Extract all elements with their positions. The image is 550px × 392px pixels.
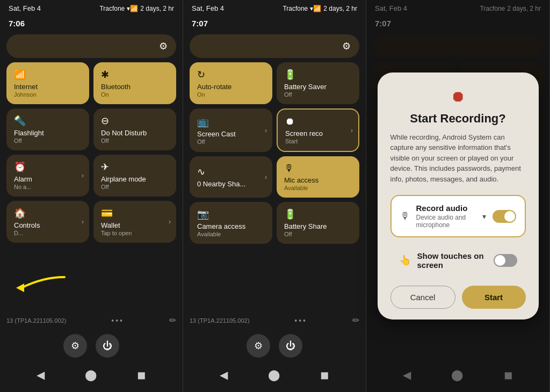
tile-flashlight-sub: Off [14,137,82,144]
time-1: 7:06 [9,19,25,28]
edit-icon-1[interactable]: ✏ [169,315,176,325]
nav-bar-1: ◀ ⬤ ◼ [0,362,183,388]
tile-bluetooth-name: Bluetooth [101,83,169,91]
settings-icon-1[interactable]: ⚙ [159,40,168,52]
chevron-icon-nearby: › [265,173,267,181]
record-audio-option[interactable]: 🎙 Record audio Device audio and micropho… [390,195,526,237]
settings-icon-2[interactable]: ⚙ [342,40,351,52]
tile-flashlight-name: Flashlight [14,129,82,137]
battery-share-icon: 🔋 [284,208,352,220]
panel-1: Sat, Feb 4 Tracfone ▾📶 2 days, 2 hr 7:06… [0,0,183,392]
camera-icon: 📷 [197,208,265,220]
tile-autorotate[interactable]: ↻ Auto-rotate On [190,62,272,104]
tile-screenrecord-name: Screen reco [285,129,351,137]
tile-flashlight[interactable]: 🔦 Flashlight Off [6,108,89,150]
tile-airplane[interactable]: ✈ Airplane mode Off [93,155,176,197]
tile-autorotate-name: Auto-rotate [197,83,265,91]
tile-airplane-sub: Off [101,184,169,190]
status-bar-1: Sat, Feb 4 Tracfone ▾📶 2 days, 2 hr [0,0,183,14]
tile-screenrecord[interactable]: ⏺ Screen reco Start › [277,108,359,152]
nearby-icon: ∿ [197,166,265,178]
bottom-bar-2: 13 (TP1A.221105.002) ••• ✏ [183,311,366,330]
tile-wallet-name: Wallet [101,221,169,229]
panel-2: Sat, Feb 4 Tracfone ▾📶 2 days, 2 hr 7:07… [183,0,366,392]
back-btn-2[interactable]: ◀ [220,368,228,381]
back-btn-1[interactable]: ◀ [37,368,45,381]
record-audio-label: Record audio [416,204,476,213]
tile-screencast-name: Screen Cast [197,130,265,138]
date-1: Sat, Feb 4 [9,4,41,12]
tile-mic[interactable]: 🎙 Mic access Available [277,156,359,198]
dropdown-arrow-icon[interactable]: ▾ [482,212,486,221]
brightness-row-1: ⚙ [6,34,176,58]
chevron-icon: › [82,79,84,87]
tile-camera-name: Camera access [197,222,265,230]
status-bar-2: Sat, Feb 4 Tracfone ▾📶 2 days, 2 hr [183,0,366,14]
tile-controls[interactable]: 🏠 Controls D... › [6,201,89,243]
tile-bluetooth[interactable]: ✱ Bluetooth On [93,62,176,104]
tile-battery-share[interactable]: 🔋 Battery Share Off [277,202,359,244]
tile-dnd[interactable]: ⊖ Do Not Disturb Off [93,108,176,150]
tile-autorotate-sub: On [197,91,265,98]
tile-camera[interactable]: 📷 Camera access Available [190,202,272,244]
start-recording-dialog: ⏺ Start Recording? While recording, Andr… [378,72,539,320]
touch-icon: 👆 [399,255,411,266]
tile-screencast-sub: Off [197,139,265,145]
chevron-icon-controls: › [82,218,84,226]
tile-wallet[interactable]: 💳 Wallet Tap to open › [93,201,176,243]
alarm-icon: ⏰ [14,161,82,173]
tile-nearby[interactable]: ∿ 0 Nearby Sha... › [190,156,272,198]
mic-icon: 🎙 [284,163,352,174]
flashlight-icon: 🔦 [14,115,82,127]
edit-icon-2[interactable]: ✏ [352,315,359,325]
show-touches-toggle[interactable] [494,254,517,267]
status-icons-1: Tracfone ▾📶 2 days, 2 hr [99,5,174,12]
home-btn-2[interactable]: ⬤ [268,368,280,381]
time-bar-2: 7:07 [183,14,366,30]
screencast-icon: 📺 [197,116,265,128]
start-button[interactable]: Start [462,286,526,309]
screenrecord-icon: ⏺ [285,116,351,127]
tile-screenrecord-sub: Start [285,138,351,144]
tile-alarm-name: Alarm [14,175,82,183]
brightness-row-2: ⚙ [190,34,359,58]
dialog-overlay: ⏺ Start Recording? While recording, Andr… [366,0,549,392]
tile-wallet-sub: Tap to open [101,230,169,236]
panel-3: Sat, Feb 4 Tracfone 2 days, 2 hr 7:07 ⏺ … [366,0,550,392]
show-touches-content: Show touches on screen [417,251,487,270]
tile-camera-sub: Available [197,231,265,237]
settings-power-btn-2[interactable]: ⚙ [247,334,270,358]
wifi-icon: 📶 [14,69,82,81]
autorotate-icon: ↻ [197,69,265,81]
signal-icon: ▾📶 [127,5,138,12]
carrier-2: Tracfone [283,5,308,12]
tile-internet[interactable]: 📶 Internet Johnson › [6,62,89,104]
record-icon: ⏺ [390,88,526,105]
tile-alarm[interactable]: ⏰ Alarm No a... › [6,155,89,197]
tile-screencast[interactable]: 📺 Screen Cast Off › [190,108,272,152]
date-2: Sat, Feb 4 [192,4,224,12]
tile-battery-saver[interactable]: 🔋 Battery Saver Off [277,62,359,104]
power-btn-1[interactable]: ⏻ [96,334,119,358]
dots-2: ••• [294,316,307,325]
record-audio-sub: Device audio and microphone [416,214,476,229]
version-2: 13 (TP1A.221105.002) [190,317,249,324]
dialog-title: Start Recording? [390,112,526,126]
settings-power-btn-1[interactable]: ⚙ [63,334,87,358]
recents-btn-2[interactable]: ◼ [320,368,329,381]
show-touches-option[interactable]: 👆 Show touches on screen [390,244,526,277]
bottom-bar-1: 13 (TP1A.221105.002) ••• ✏ [0,311,183,330]
cancel-button[interactable]: Cancel [390,286,455,309]
record-audio-toggle[interactable] [493,210,516,223]
tile-mic-sub: Available [284,185,352,191]
battery-2: 2 days, 2 hr [323,5,357,12]
home-btn-1[interactable]: ⬤ [85,368,97,381]
recents-btn-1[interactable]: ◼ [137,368,146,381]
power-btn-2[interactable]: ⏻ [279,334,302,358]
carrier-1: Tracfone [99,5,125,12]
dots-1: ••• [111,316,124,325]
tile-battery-share-sub: Off [284,231,352,237]
tile-battery-saver-sub: Off [284,91,352,98]
wallet-icon: 💳 [101,207,169,219]
tile-internet-name: Internet [14,83,82,91]
